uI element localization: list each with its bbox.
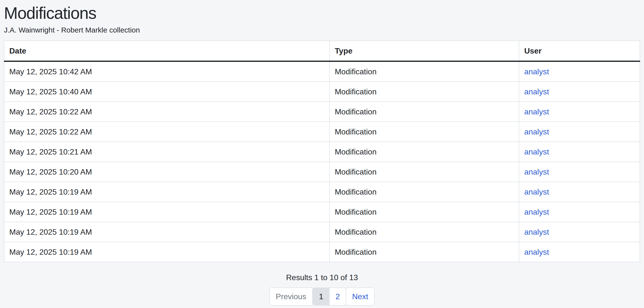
type-cell: Modification <box>330 202 519 222</box>
user-link[interactable]: analyst <box>524 127 549 136</box>
pagination-next-button[interactable]: Next <box>346 288 374 306</box>
user-cell: analyst <box>519 222 640 242</box>
user-cell: analyst <box>519 122 640 142</box>
pagination-page-2[interactable]: 2 <box>329 288 346 306</box>
pagination-wrap: Previous 12 Next <box>4 288 640 306</box>
date-cell: May 12, 2025 10:22 AM <box>4 122 330 142</box>
page-subtitle: J.A. Wainwright - Robert Markle collecti… <box>4 26 640 34</box>
type-cell: Modification <box>330 82 519 102</box>
table-row: May 12, 2025 10:22 AMModificationanalyst <box>4 122 640 142</box>
date-cell: May 12, 2025 10:22 AM <box>4 102 330 122</box>
table-row: May 12, 2025 10:21 AMModificationanalyst <box>4 142 640 162</box>
table-row: May 12, 2025 10:22 AMModificationanalyst <box>4 102 640 122</box>
date-cell: May 12, 2025 10:19 AM <box>4 202 330 222</box>
type-cell: Modification <box>330 162 519 182</box>
user-cell: analyst <box>519 182 640 202</box>
page-title: Modifications <box>4 3 640 22</box>
type-cell: Modification <box>330 122 519 142</box>
table-body: May 12, 2025 10:42 AMModificationanalyst… <box>4 61 640 262</box>
type-cell: Modification <box>330 142 519 162</box>
user-link[interactable]: analyst <box>524 107 549 116</box>
column-header-date: Date <box>4 41 330 61</box>
type-cell: Modification <box>330 242 519 262</box>
pagination-page-1-active[interactable]: 1 <box>313 288 330 306</box>
date-cell: May 12, 2025 10:40 AM <box>4 82 330 102</box>
date-cell: May 12, 2025 10:19 AM <box>4 222 330 242</box>
page: Modifications J.A. Wainwright - Robert M… <box>0 0 644 306</box>
date-cell: May 12, 2025 10:19 AM <box>4 242 330 262</box>
date-cell: May 12, 2025 10:20 AM <box>4 162 330 182</box>
user-cell: analyst <box>519 162 640 182</box>
table-header-row: Date Type User <box>4 41 640 61</box>
user-link[interactable]: analyst <box>524 167 549 176</box>
user-link[interactable]: analyst <box>524 87 549 96</box>
user-cell: analyst <box>519 61 640 82</box>
modifications-table: Date Type User May 12, 2025 10:42 AMModi… <box>4 40 640 262</box>
table-header: Date Type User <box>4 41 640 61</box>
user-link[interactable]: analyst <box>524 147 549 156</box>
date-cell: May 12, 2025 10:42 AM <box>4 61 330 82</box>
user-cell: analyst <box>519 142 640 162</box>
table-row: May 12, 2025 10:19 AMModificationanalyst <box>4 222 640 242</box>
column-header-type: Type <box>330 41 519 61</box>
column-header-user: User <box>519 41 640 61</box>
user-link[interactable]: analyst <box>524 208 549 216</box>
table-row: May 12, 2025 10:19 AMModificationanalyst <box>4 202 640 222</box>
date-cell: May 12, 2025 10:19 AM <box>4 182 330 202</box>
user-link[interactable]: analyst <box>524 188 549 196</box>
table-row: May 12, 2025 10:20 AMModificationanalyst <box>4 162 640 182</box>
type-cell: Modification <box>330 102 519 122</box>
date-cell: May 12, 2025 10:21 AM <box>4 142 330 162</box>
type-cell: Modification <box>330 182 519 202</box>
user-cell: analyst <box>519 102 640 122</box>
table-row: May 12, 2025 10:42 AMModificationanalyst <box>4 61 640 82</box>
user-link[interactable]: analyst <box>524 67 549 76</box>
user-link[interactable]: analyst <box>524 228 549 236</box>
table-row: May 12, 2025 10:19 AMModificationanalyst <box>4 182 640 202</box>
user-cell: analyst <box>519 242 640 262</box>
pagination: Previous 12 Next <box>270 288 374 306</box>
user-cell: analyst <box>519 202 640 222</box>
user-link[interactable]: analyst <box>524 248 549 257</box>
type-cell: Modification <box>330 61 519 82</box>
user-cell: analyst <box>519 82 640 102</box>
type-cell: Modification <box>330 222 519 242</box>
table-row: May 12, 2025 10:19 AMModificationanalyst <box>4 242 640 262</box>
pagination-previous-button[interactable]: Previous <box>270 288 313 306</box>
results-summary: Results 1 to 10 of 13 <box>4 273 640 282</box>
table-row: May 12, 2025 10:40 AMModificationanalyst <box>4 82 640 102</box>
